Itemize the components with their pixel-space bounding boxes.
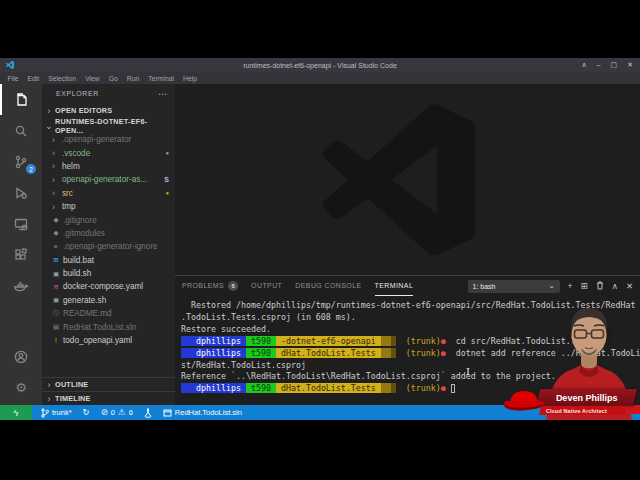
project-root-label: RUNTIMES-DOTNET-EF6-OPEN... [55,117,175,135]
menu-file[interactable]: File [3,75,23,82]
tree-item-todo-openapi-yaml[interactable]: !todo_openapi.yaml [42,334,175,347]
tree-item-redhat-todolist-sln[interactable]: ▤RedHat.TodoList.sln [42,320,175,333]
terminal-line: st/RedHat.TodoList.csproj [181,360,638,372]
error-icon: ⊘ [101,408,108,417]
split-terminal-button[interactable]: ⊞ [581,282,588,291]
problems-status[interactable]: ⊘ 0 ⚠ 6 [101,408,133,417]
tree-item-label: README.md [63,309,175,318]
activity-explorer[interactable] [0,84,42,115]
open-editors-label: OPEN EDITORS [55,106,112,115]
terminal-line: Restore succeeded. [181,324,638,336]
tree-item--vscode[interactable]: ›.vscode● [42,146,175,159]
timeline-section[interactable]: › TIMELINE [42,391,175,405]
menu-go[interactable]: Go [104,75,122,82]
panel-tab-debug-console[interactable]: DEBUG CONSOLE [295,276,361,296]
activity-docker[interactable] [0,270,42,301]
chevron-right-icon: › [52,202,59,212]
panel-tab-problems[interactable]: PROBLEMS6 [182,276,238,296]
close-button[interactable]: ✕ [627,58,633,72]
menu-selection[interactable]: Selection [44,75,81,82]
panel-header: PROBLEMS6OUTPUTDEBUG CONSOLETERMINAL 1: … [175,276,640,296]
activity-source-control[interactable]: 2 [0,146,42,177]
window-title: runtimes-dotnet-ef6-openapi - Visual Stu… [0,62,640,69]
tree-item--openapi-generator[interactable]: ›.openapi-generator [42,133,175,146]
more-actions-icon[interactable]: ⋯ [158,89,167,99]
activity-settings[interactable]: ⚙ [0,372,42,403]
maximize-panel-button[interactable]: ∧ [612,282,618,291]
menu-help[interactable]: Help [178,75,201,82]
problems-badge: 6 [228,281,238,291]
terminal-text: dphillips [181,336,246,346]
tree-item-openapi-generator-as-[interactable]: ›openapi-generator-as...S [42,173,175,186]
tree-item--gitignore[interactable]: ◆.gitignore [42,213,175,226]
terminal-text [381,336,391,346]
tree-item--gitmodules[interactable]: ◆.gitmodules [42,227,175,240]
tree-item-build-sh[interactable]: ▣build.sh [42,267,175,280]
tree-item--openapi-generator-ignore[interactable]: ≡.openapi-generator-ignore [42,240,175,253]
terminal-text: t590 [246,348,276,358]
tree-item-label: todo_openapi.yaml [63,336,175,345]
activity-extensions[interactable] [0,239,42,270]
terminal-text: dotnet add reference ../RedHat.TodoList/… [446,348,640,358]
tree-item-readme-md[interactable]: ⓘREADME.md [42,307,175,320]
timeline-label: TIMELINE [55,394,91,403]
menu-view[interactable]: View [81,75,105,82]
menu-run[interactable]: Run [122,75,143,82]
debug-icon [13,185,29,201]
panel-tab-label: OUTPUT [251,282,282,289]
tree-item-badge: ● [165,150,169,156]
tree-item-label: docker-compose.yaml [63,282,175,291]
presenter-name: Deven Phillips [556,393,618,403]
tree-item-build-bat[interactable]: ⊞build.bat [42,254,175,267]
remote-icon: ϟ [14,408,19,418]
close-panel-button[interactable]: ✕ [626,282,633,291]
git-branch-status[interactable]: trunk* [41,408,72,418]
tree-item-label: .gitmodules [63,229,175,238]
outline-section[interactable]: › OUTLINE [42,377,175,391]
sync-status[interactable]: ↻ [83,408,90,417]
terminal-output[interactable]: Restored /home/dphillips/tmp/runtimes-do… [175,296,640,395]
terminal-shell-select[interactable]: 1: bash ⌄ [468,280,560,293]
project-root-section[interactable]: ⌄ RUNTIMES-DOTNET-EF6-OPEN... [42,118,175,133]
tree-item-label: .vscode [62,149,162,158]
tree-item-label: RedHat.TodoList.sln [63,323,175,332]
tree-item-src[interactable]: ›src● [42,187,175,200]
activity-accounts[interactable] [0,341,42,372]
presenter-nameplate: Deven Phillips Cloud Native Architect [500,385,640,420]
terminal-text: cd src/RedHat.TodoList.Tests [446,336,596,346]
terminal-text: Reference `..\RedHat.TodoList\RedHat.Tod… [181,371,556,381]
new-terminal-button[interactable]: + [568,282,573,291]
remote-indicator[interactable]: ϟ [0,405,32,420]
terminal-text: st/RedHat.TodoList.csproj [181,360,306,370]
panel-tab-output[interactable]: OUTPUT [251,276,282,296]
pin-window-button[interactable]: ∧ [581,58,586,72]
activity-search[interactable] [0,115,42,146]
terminal-line: dphillips t590 -dotnet-ef6-openapi (trun… [181,336,638,348]
chevron-right-icon: › [52,135,59,145]
minimize-button[interactable]: – [597,58,601,72]
sidebar-title: EXPLORER [56,90,158,97]
tree-item-label: build.sh [63,269,175,278]
terminal-text: dHat.TodoList.Tests [276,348,381,358]
terminal-text [396,348,406,358]
flask-status[interactable] [144,408,152,418]
menu-terminal[interactable]: Terminal [144,75,179,82]
tree-item-tmp[interactable]: ›tmp [42,200,175,213]
extensions-icon [13,247,29,263]
terminal-text: (trunk) [406,336,441,346]
tree-item-generate-sh[interactable]: ▣generate.sh [42,294,175,307]
panel-tab-label: TERMINAL [375,282,414,289]
kill-terminal-button[interactable] [596,281,604,292]
terminal-text: -dotnet-ef6-openapi [276,336,381,346]
vscode-window: runtimes-dotnet-ef6-openapi - Visual Stu… [0,58,640,420]
maximize-button[interactable]: ▢ [611,58,618,72]
menu-edit[interactable]: Edit [23,75,44,82]
activity-run-debug[interactable] [0,177,42,208]
tree-item-helm[interactable]: ›helm [42,160,175,173]
terminal-text: dphillips [181,383,246,393]
solution-status[interactable]: RedHat.TodoList.sln [163,408,242,417]
file-type-icon: ≋ [52,283,60,291]
panel-tab-terminal[interactable]: TERMINAL [375,276,414,296]
activity-remote-explorer[interactable] [0,208,42,239]
tree-item-docker-compose-yaml[interactable]: ≋docker-compose.yaml [42,280,175,293]
